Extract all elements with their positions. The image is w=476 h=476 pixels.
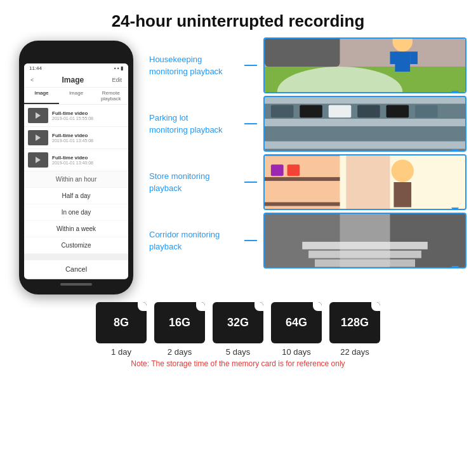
video-date-2: 2019-01-01 13:45:08	[52, 138, 124, 143]
svg-rect-28	[346, 155, 390, 209]
storage-note: Note: The storage time of the memory car…	[131, 359, 345, 368]
phone-back-btn[interactable]: <	[30, 77, 34, 83]
svg-rect-37	[288, 164, 300, 176]
phone-edit-btn[interactable]: Edit	[112, 77, 122, 83]
svg-marker-41	[265, 214, 340, 267]
sd-card-notch-128g	[371, 302, 380, 311]
phone-time: 11:44	[29, 65, 42, 71]
svg-rect-31	[265, 202, 340, 206]
video-info-3: Full-time video 2019-01-01 13:40:08	[52, 155, 124, 165]
video-item-1[interactable]: Full-time video 2019-01-01 15:55:08	[24, 105, 128, 127]
phone-tabs: Image Image Remote playback	[24, 88, 128, 105]
store-photo	[265, 155, 465, 209]
dropdown-within-week[interactable]: Within a week	[24, 221, 128, 237]
sd-card-label-32g: 32G	[227, 316, 249, 329]
phone-icons: ▪ ▪ ▮	[114, 65, 123, 71]
housekeeping-connector	[244, 65, 257, 66]
svg-rect-25	[415, 105, 438, 117]
storage-item-8g: 8G 1 day	[96, 302, 147, 357]
sd-card-notch-64g	[313, 302, 322, 311]
sd-card-64g: 64G	[271, 302, 322, 343]
video-thumb-1	[28, 108, 48, 123]
corridor-connector	[244, 240, 257, 241]
storage-item-128g: 128G 22 days	[329, 302, 380, 357]
dropdown-one-day[interactable]: In one day	[24, 204, 128, 221]
svg-rect-46	[308, 251, 421, 258]
svg-rect-29	[265, 155, 340, 156]
parking-label-text: Parking lotmonitoring playback	[149, 113, 223, 135]
phone-cancel-btn[interactable]: Cancel	[24, 256, 128, 278]
housekeeping-photo	[265, 39, 465, 92]
svg-rect-23	[357, 105, 380, 117]
svg-rect-13	[265, 149, 465, 151]
housekeeping-arrow	[451, 91, 459, 93]
parking-photo	[265, 97, 465, 150]
sd-card-label-8g: 8G	[114, 316, 129, 329]
dropdown-within-hour[interactable]: Within an hour	[24, 171, 128, 188]
store-connector	[244, 182, 257, 183]
corridor-image	[263, 213, 466, 268]
sd-card-notch-8g	[138, 302, 147, 311]
phone-screen-title: Image	[62, 76, 84, 84]
store-label: Store monitoringplayback	[149, 170, 238, 194]
sd-card-label-128g: 128G	[341, 316, 369, 329]
video-title-1: Full-time video	[52, 110, 124, 116]
video-title-2: Full-time video	[52, 133, 124, 138]
monitoring-parking: Parking lotmonitoring playback	[149, 96, 466, 152]
sd-card-label-16g: 16G	[169, 316, 190, 329]
housekeeping-label-text: Housekeepingmonitoring playback	[149, 55, 223, 76]
video-item-2[interactable]: Full-time video 2019-01-01 13:45:08	[24, 127, 128, 149]
phone-home-indicator	[60, 283, 92, 286]
monitoring-store: Store monitoringplayback	[149, 154, 466, 210]
sd-card-16g: 16G	[154, 302, 205, 343]
svg-rect-36	[271, 164, 284, 176]
svg-rect-39	[393, 182, 411, 208]
phone-mockup: 11:44 ▪ ▪ ▮ < Image Edit Image Image Rem…	[19, 41, 133, 294]
svg-rect-30	[265, 177, 340, 181]
phone-status-bar: 11:44 ▪ ▪ ▮	[24, 63, 128, 73]
storage-cards: 8G 1 day 16G 2 days 32G 5 days 64G 10 da…	[96, 302, 380, 357]
dropdown-customize[interactable]: Customize	[24, 237, 128, 254]
svg-point-38	[391, 159, 414, 182]
video-thumb-3	[28, 152, 48, 168]
storage-item-32g: 32G 5 days	[213, 302, 263, 357]
phone-dropdown: Within an hour Half a day In one day Wit…	[24, 171, 128, 254]
svg-rect-45	[302, 242, 428, 249]
housekeeping-label: Housekeepingmonitoring playback	[149, 53, 238, 77]
svg-rect-5	[390, 51, 398, 64]
storage-days-16g: 2 days	[168, 347, 192, 357]
phone-video-list: Full-time video 2019-01-01 15:55:08 Full…	[24, 105, 128, 171]
sd-card-notch-32g	[255, 302, 263, 311]
storage-days-8g: 1 day	[111, 347, 131, 357]
parking-image	[263, 96, 466, 152]
housekeeping-image	[263, 37, 466, 93]
svg-rect-47	[315, 260, 415, 267]
phone-screen: 11:44 ▪ ▪ ▮ < Image Edit Image Image Rem…	[24, 63, 128, 279]
storage-days-128g: 22 days	[340, 347, 369, 357]
storage-item-16g: 16G 2 days	[154, 302, 205, 357]
video-thumb-2	[28, 130, 48, 145]
phone-app-header: < Image Edit	[24, 73, 128, 88]
store-label-text: Store monitoringplayback	[149, 171, 209, 193]
storage-days-64g: 10 days	[282, 347, 311, 357]
video-date-1: 2019-01-01 15:55:08	[52, 116, 124, 121]
video-date-3: 2019-01-01 13:40:08	[52, 161, 124, 165]
video-info-1: Full-time video 2019-01-01 15:55:08	[52, 110, 124, 121]
dropdown-half-day[interactable]: Half a day	[24, 188, 128, 204]
svg-rect-22	[329, 105, 352, 117]
svg-rect-20	[271, 105, 294, 117]
parking-connector	[244, 123, 257, 124]
tab-image2[interactable]: Image	[59, 88, 94, 104]
tab-remote[interactable]: Remote playback	[93, 88, 128, 104]
sd-card-notch-16g	[196, 302, 205, 311]
phone-notch	[54, 48, 98, 61]
video-item-3[interactable]: Full-time video 2019-01-01 13:40:08	[24, 149, 128, 171]
svg-marker-42	[390, 214, 466, 267]
sd-card-128g: 128G	[329, 302, 380, 343]
tab-image[interactable]: Image	[24, 88, 59, 104]
store-image	[263, 154, 466, 210]
monitoring-corridor: Corridor monitoringplayback	[149, 213, 466, 268]
store-arrow	[451, 208, 459, 210]
storage-days-32g: 5 days	[226, 347, 250, 357]
sd-card-label-64g: 64G	[286, 316, 307, 329]
